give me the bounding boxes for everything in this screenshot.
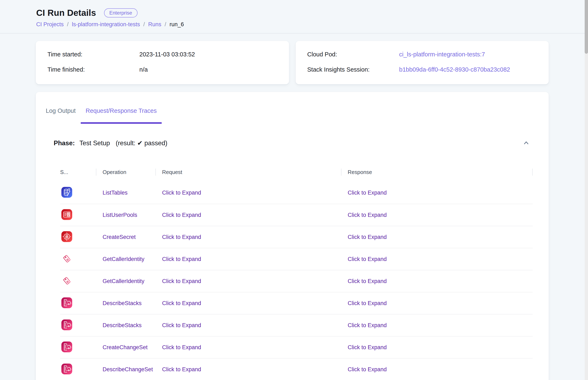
table-row: DescribeStacks Click to Expand Click to … — [60, 292, 533, 314]
request-cell: Click to Expand — [155, 234, 341, 240]
cloudformation-icon — [61, 342, 72, 352]
response-expand-link[interactable]: Click to Expand — [348, 322, 387, 328]
breadcrumb-separator: / — [67, 21, 69, 28]
column-header-request: Request — [155, 168, 341, 176]
tab-request-response-traces[interactable]: Request/Response Traces — [81, 104, 162, 124]
session-summary-card: Cloud Pod: ci_ls-platform-integration-te… — [296, 41, 549, 84]
secretsmanager-icon — [61, 231, 72, 242]
column-header-operation: Operation — [96, 168, 155, 176]
response-expand-link[interactable]: Click to Expand — [348, 366, 387, 373]
breadcrumb-ci-projects[interactable]: CI Projects — [36, 21, 64, 28]
operation-cell: GetCallerIdentity — [96, 278, 155, 285]
operation-link[interactable]: GetCallerIdentity — [103, 278, 144, 284]
response-expand-link[interactable]: Click to Expand — [348, 278, 387, 284]
service-cell — [60, 275, 96, 287]
table-row: CreateSecret Click to Expand Click to Ex… — [60, 226, 533, 248]
operation-link[interactable]: CreateSecret — [103, 234, 136, 240]
service-cell — [60, 363, 96, 375]
scrollbar-track[interactable] — [585, 0, 588, 380]
operation-link[interactable]: DescribeChangeSet — [103, 366, 153, 373]
request-cell: Click to Expand — [155, 366, 341, 373]
trace-table-body: ListTables Click to Expand Click to Expa… — [60, 182, 533, 380]
chevron-up-icon — [523, 140, 529, 146]
operation-cell: DescribeStacks — [96, 300, 155, 306]
response-expand-link[interactable]: Click to Expand — [348, 300, 387, 306]
phase-collapse-button[interactable] — [522, 138, 531, 148]
response-expand-link[interactable]: Click to Expand — [348, 234, 387, 240]
request-expand-link[interactable]: Click to Expand — [162, 234, 201, 240]
service-cell — [60, 231, 96, 243]
operation-link[interactable]: GetCallerIdentity — [103, 256, 144, 262]
time-summary-card: Time started: 2023-11-03 03:03:52 Time f… — [36, 41, 289, 84]
cloud-pod-link[interactable]: ci_ls-platform-integration-tests:7 — [399, 51, 485, 58]
request-expand-link[interactable]: Click to Expand — [162, 278, 201, 284]
operation-link[interactable]: DescribeStacks — [103, 322, 142, 328]
response-expand-link[interactable]: Click to Expand — [348, 190, 387, 196]
breadcrumb-runs[interactable]: Runs — [148, 21, 161, 28]
service-cell — [60, 320, 96, 331]
cloudformation-icon — [61, 363, 72, 374]
response-cell: Click to Expand — [341, 322, 533, 329]
table-row: DescribeStacks Click to Expand Click to … — [60, 314, 533, 336]
time-started-value: 2023-11-03 03:03:52 — [139, 51, 195, 58]
response-cell: Click to Expand — [341, 256, 533, 262]
content: Time started: 2023-11-03 03:03:52 Time f… — [0, 34, 588, 380]
response-expand-link[interactable]: Click to Expand — [348, 344, 387, 350]
operation-cell: DescribeChangeSet — [96, 366, 155, 373]
phase-header: Phase: Test Setup (result: ✔ passed) — [36, 135, 549, 151]
request-expand-link[interactable]: Click to Expand — [162, 344, 201, 350]
scrollbar-thumb[interactable] — [585, 0, 588, 54]
request-expand-link[interactable]: Click to Expand — [162, 212, 201, 218]
table-row: ListTables Click to Expand Click to Expa… — [60, 182, 533, 204]
operation-cell: DescribeStacks — [96, 322, 155, 329]
stack-session-link[interactable]: b1bb09da-6ff0-4c52-8930-c870ba23c082 — [399, 66, 510, 73]
operation-link[interactable]: CreateChangeSet — [103, 344, 147, 350]
table-row: GetCallerIdentity Click to Expand Click … — [60, 270, 533, 292]
request-cell: Click to Expand — [155, 212, 341, 218]
trace-table: S... Operation Request Response ListTabl… — [60, 163, 533, 380]
cognito-icon — [61, 209, 72, 220]
stack-session-label: Stack Insights Session: — [307, 66, 399, 73]
request-expand-link[interactable]: Click to Expand — [162, 366, 201, 373]
operation-cell: GetCallerIdentity — [96, 256, 155, 262]
operation-cell: CreateSecret — [96, 234, 155, 240]
service-cell — [60, 297, 96, 309]
sts-icon — [61, 253, 72, 264]
phase-result: (result: ✔ passed) — [116, 139, 167, 147]
request-expand-link[interactable]: Click to Expand — [162, 190, 201, 196]
cloudformation-icon — [61, 297, 72, 308]
request-cell: Click to Expand — [155, 322, 341, 329]
breadcrumb-project[interactable]: ls-platform-integration-tests — [72, 21, 140, 28]
response-expand-link[interactable]: Click to Expand — [348, 256, 387, 262]
table-row: DescribeChangeSet Click to Expand Click … — [60, 358, 533, 380]
traces-card: Log Output Request/Response Traces Phase… — [36, 92, 549, 380]
column-header-response: Response — [341, 168, 533, 176]
service-cell — [60, 209, 96, 221]
request-expand-link[interactable]: Click to Expand — [162, 322, 201, 328]
operation-link[interactable]: ListTables — [103, 190, 128, 196]
breadcrumb: CI Projects / ls-platform-integration-te… — [36, 21, 549, 28]
time-finished-value: n/a — [139, 66, 148, 73]
operation-cell: CreateChangeSet — [96, 344, 155, 351]
enterprise-badge: Enterprise — [104, 8, 138, 18]
column-header-service: S... — [60, 168, 96, 176]
breadcrumb-separator: / — [165, 21, 166, 28]
operation-link[interactable]: ListUserPools — [103, 212, 137, 218]
response-expand-link[interactable]: Click to Expand — [348, 212, 387, 218]
breadcrumb-separator: / — [143, 21, 145, 28]
trace-table-header: S... Operation Request Response — [60, 163, 533, 182]
response-cell: Click to Expand — [341, 278, 533, 285]
service-cell — [60, 187, 96, 199]
response-cell: Click to Expand — [341, 300, 533, 306]
tab-log-output[interactable]: Log Output — [41, 104, 81, 124]
operation-link[interactable]: DescribeStacks — [103, 300, 142, 306]
request-expand-link[interactable]: Click to Expand — [162, 256, 201, 262]
response-cell: Click to Expand — [341, 190, 533, 196]
request-cell: Click to Expand — [155, 344, 341, 351]
request-expand-link[interactable]: Click to Expand — [162, 300, 201, 306]
service-cell — [60, 253, 96, 265]
request-cell: Click to Expand — [155, 278, 341, 285]
request-cell: Click to Expand — [155, 190, 341, 196]
cloud-pod-label: Cloud Pod: — [307, 51, 399, 58]
table-row: CreateChangeSet Click to Expand Click to… — [60, 336, 533, 358]
